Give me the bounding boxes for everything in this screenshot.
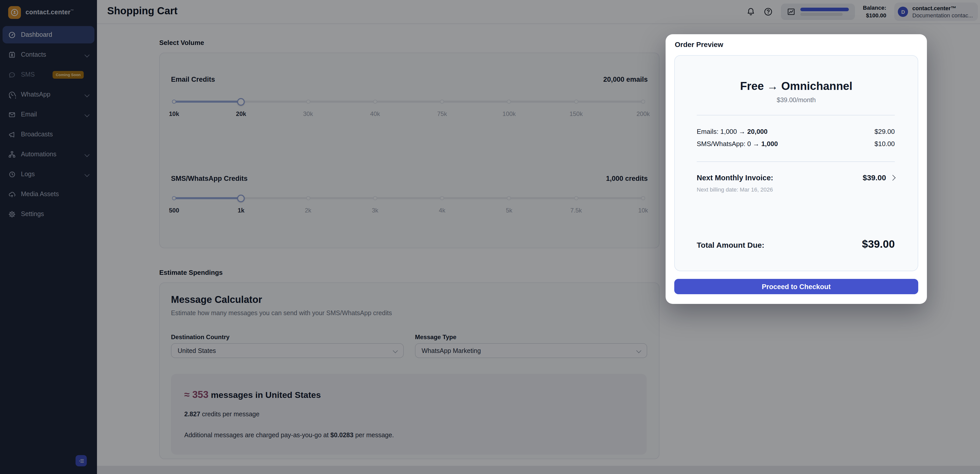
proceed-to-checkout-button[interactable]: Proceed to Checkout [674, 279, 918, 294]
divider [697, 115, 895, 115]
order-summary-card: Free → Omnichannel $39.00/month Emails: … [674, 55, 918, 271]
total-due-label: Total Amount Due: [697, 241, 764, 249]
total-due-row: Total Amount Due: $39.00 [697, 238, 895, 250]
next-invoice-row: Next Monthly Invoice: $39.00 [697, 173, 895, 182]
next-invoice-label: Next Monthly Invoice: [697, 174, 773, 182]
app-root: contact.center™ Dashboard Contacts [0, 0, 980, 474]
line-item-emails: Emails: 1,000 → 20,000 $29.00 [697, 128, 895, 136]
plan-change: Free → Omnichannel [675, 80, 918, 93]
billing-date-note: Next billing date: Mar 16, 2026 [697, 187, 773, 193]
order-preview-title: Order Preview [675, 40, 723, 48]
next-invoice-amount: $39.00 [862, 173, 886, 182]
total-due-amount: $39.00 [862, 238, 895, 250]
chevron-right-icon [890, 175, 896, 180]
line-item-amount: $10.00 [874, 140, 895, 148]
next-invoice-details-button[interactable]: $39.00 [862, 173, 895, 182]
line-item-amount: $29.00 [874, 128, 895, 136]
order-preview-panel: Order Preview Free → Omnichannel $39.00/… [666, 34, 927, 304]
plan-price: $39.00/month [675, 97, 918, 104]
divider [697, 161, 895, 162]
line-item-sms: SMS/WhatsApp: 0 → 1,000 $10.00 [697, 140, 895, 148]
